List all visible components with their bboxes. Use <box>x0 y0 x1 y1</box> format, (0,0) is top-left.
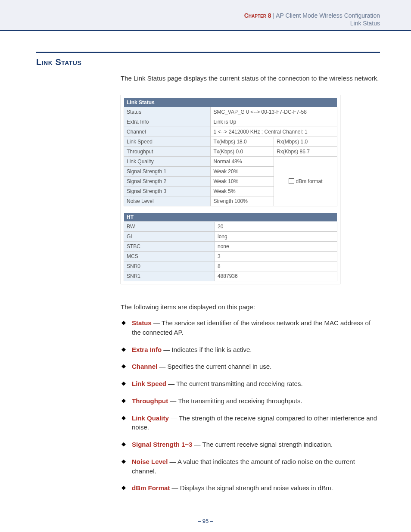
ht-header: HT <box>124 213 337 222</box>
item-desc: — The service set identifier of the wire… <box>132 319 371 336</box>
ss1-label: Signal Strength 1 <box>124 167 211 177</box>
linkspeed-tx: Tx(Mbps) 18.0 <box>211 137 274 147</box>
list-item: Signal Strength 1~3 — The current receiv… <box>121 440 380 449</box>
table-row: BW20 <box>124 222 337 232</box>
item-list: Status — The service set identifier of t… <box>121 318 380 493</box>
ss1-value: Weak 20% <box>211 167 274 177</box>
link-status-table: Link Status Status SMC_VAP_G 0 <--> 00-1… <box>124 98 337 206</box>
link-quality-value: Normal 48% <box>211 157 274 167</box>
list-item: Extra Info — Indicates if the link is ac… <box>121 345 380 355</box>
noise-value: Strength 100% <box>211 196 274 206</box>
list-item: Noise Level — A value that indicates the… <box>121 457 380 476</box>
list-item: Link Speed — The current transmitting an… <box>121 379 380 389</box>
table-row: Channel 1 <--> 2412000 KHz ; Central Cha… <box>124 127 337 137</box>
item-term: Link Speed <box>132 380 166 387</box>
table-row: STBCnone <box>124 242 337 252</box>
section-title: Link Status <box>36 57 380 67</box>
list-item: Channel — Specifies the current channel … <box>121 362 380 371</box>
link-status-panel: Link Status Status SMC_VAP_G 0 <--> 00-1… <box>121 95 340 284</box>
ht-table: HT BW20 GIlong STBCnone MCS3 SNR08 SNR14… <box>124 212 337 281</box>
bw-label: BW <box>124 222 215 232</box>
item-desc: — Specifies the current channel in use. <box>157 363 271 370</box>
ss3-value: Weak 5% <box>211 187 274 196</box>
list-item: Throughput — The transmitting and receiv… <box>121 396 380 406</box>
intro-text: The Link Status page displays the curren… <box>121 74 380 83</box>
ss3-label: Signal Strength 3 <box>124 187 211 196</box>
dbm-checkbox[interactable] <box>289 178 294 184</box>
link-status-header: Link Status <box>124 98 337 107</box>
item-term: Signal Strength 1~3 <box>132 441 192 448</box>
table-row: SNR08 <box>124 261 337 271</box>
item-term: Throughput <box>132 397 168 404</box>
followup-text: The following items are displayed on thi… <box>121 303 380 311</box>
dbm-format-cell[interactable]: dBm format <box>274 157 337 206</box>
mcs-value: 3 <box>215 252 337 261</box>
throughput-rx: Rx(Kbps) 86.7 <box>274 147 337 157</box>
table-row: GIlong <box>124 232 337 242</box>
noise-label: Noise Level <box>124 196 211 206</box>
table-row: MCS3 <box>124 252 337 261</box>
chapter-label: Chapter 8 <box>244 12 271 19</box>
item-desc: — Displays the signal strength and noise… <box>170 484 333 492</box>
channel-label: Channel <box>124 127 211 137</box>
item-desc: — The current transmitting and receiving… <box>166 380 303 387</box>
list-item: Link Quality — The strength of the recei… <box>121 414 380 432</box>
throughput-label: Throughput <box>124 147 211 157</box>
chapter-title: AP Client Mode Wireless Configuration <box>276 12 380 19</box>
item-term: Link Quality <box>132 414 169 422</box>
snr1-value: 4887936 <box>215 271 337 281</box>
item-desc: — The current receive signal strength in… <box>192 441 333 448</box>
snr0-label: SNR0 <box>124 261 215 271</box>
table-row: Status SMC_VAP_G 0 <--> 00-13-F7-DC-F7-5… <box>124 107 337 117</box>
item-term: Status <box>132 319 152 327</box>
throughput-tx: Tx(Kbps) 0.0 <box>211 147 274 157</box>
gi-label: GI <box>124 232 215 242</box>
snr0-value: 8 <box>215 261 337 271</box>
table-row: Extra Info Link is Up <box>124 117 337 127</box>
mcs-label: MCS <box>124 252 215 261</box>
linkspeed-label: Link Speed <box>124 137 211 147</box>
item-term: Noise Level <box>132 458 168 465</box>
snr1-label: SNR1 <box>124 271 215 281</box>
link-quality-label: Link Quality <box>124 157 211 167</box>
gi-value: long <box>215 232 337 242</box>
bw-value: 20 <box>215 222 337 232</box>
extra-info-value: Link is Up <box>211 117 337 127</box>
item-term: Channel <box>132 363 157 370</box>
extra-info-label: Extra Info <box>124 117 211 127</box>
linkspeed-rx: Rx(Mbps) 1.0 <box>274 137 337 147</box>
ss2-label: Signal Strength 2 <box>124 177 211 187</box>
channel-value: 1 <--> 2412000 KHz ; Central Channel: 1 <box>211 127 337 137</box>
table-row: Throughput Tx(Kbps) 0.0 Rx(Kbps) 86.7 <box>124 147 337 157</box>
page-header: Chapter 8 | AP Client Mode Wireless Conf… <box>0 0 411 31</box>
item-desc: — Indicates if the link is active. <box>162 346 252 353</box>
dbm-label: dBm format <box>296 178 323 184</box>
list-item: Status — The service set identifier of t… <box>121 318 380 337</box>
table-row: SNR14887936 <box>124 271 337 281</box>
item-term: dBm Format <box>132 484 170 492</box>
stbc-label: STBC <box>124 242 215 252</box>
status-value: SMC_VAP_G 0 <--> 00-13-F7-DC-F7-58 <box>211 107 337 117</box>
table-row: Link Quality Normal 48% dBm format <box>124 157 337 167</box>
table-row: Link Speed Tx(Mbps) 18.0 Rx(Mbps) 1.0 <box>124 137 337 147</box>
stbc-value: none <box>215 242 337 252</box>
chapter-sep: | <box>271 12 276 19</box>
section-rule <box>36 52 380 53</box>
list-item: dBm Format — Displays the signal strengt… <box>121 483 380 493</box>
ss2-value: Weak 10% <box>211 177 274 187</box>
item-desc: — The strength of the receive signal com… <box>132 414 377 431</box>
item-desc: — The transmitting and receiving through… <box>168 397 302 404</box>
page-footer: – 95 – <box>0 509 411 532</box>
item-term: Extra Info <box>132 346 162 353</box>
chapter-subtitle: Link Status <box>0 20 380 27</box>
status-label: Status <box>124 107 211 117</box>
